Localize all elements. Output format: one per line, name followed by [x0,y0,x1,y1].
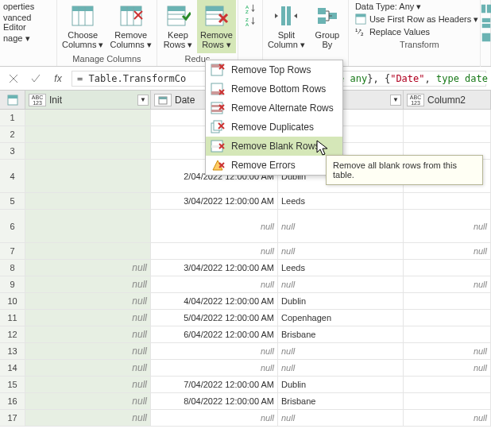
table-cell[interactable]: null [278,343,404,359]
row-number[interactable]: 10 [0,293,25,309]
fx-button[interactable]: fx [49,71,67,87]
row-number[interactable]: 16 [0,393,25,409]
merge-icon[interactable] [481,3,492,14]
row-number[interactable]: 9 [0,276,25,292]
table-cell[interactable]: null [404,276,491,292]
menu-item-remove-blank-rows[interactable]: Remove Blank Rows [206,137,342,156]
table-cell[interactable]: 6/04/2022 12:00:00 AM [151,326,278,342]
sort-asc-icon[interactable]: AZ [245,3,256,14]
first-row-headers-dropdown[interactable]: Use First Row as Headers ▾ [355,14,478,25]
cancel-formula-button[interactable] [5,71,22,87]
table-cell[interactable]: null [278,360,404,376]
filter-dropdown-icon[interactable]: ▼ [390,95,401,106]
table-cell[interactable] [25,210,151,242]
table-cell[interactable]: null [278,276,404,292]
table-row[interactable]: 13nullnullnullnull [0,343,491,360]
table-cell[interactable]: null [25,377,151,392]
row-number[interactable]: 2 [0,126,25,142]
table-cell[interactable] [404,293,491,309]
remove-columns-button[interactable]: RemoveColumns ▾ [106,0,154,53]
table-cell[interactable] [25,143,151,159]
table-cell[interactable]: null [404,360,491,376]
split-column-button[interactable]: SplitColumn ▾ [265,0,308,53]
replace-values-button[interactable]: 12 Replace Values [355,26,478,37]
table-row[interactable]: 6nullnullnull [0,210,491,243]
table-cell[interactable]: null [25,276,151,292]
row-number[interactable]: 17 [0,410,25,426]
table-cell[interactable]: Dublin [278,293,404,309]
table-cell[interactable]: null [404,243,491,259]
table-cell[interactable]: 3/04/2022 12:00:00 AM [151,193,278,209]
table-row[interactable]: 10null4/04/2022 12:00:00 AMDublin [0,293,491,310]
menu-item-remove-duplicates[interactable]: Remove Duplicates [206,118,342,137]
table-cell[interactable]: Leeds [278,260,404,276]
row-number[interactable]: 12 [0,326,25,342]
table-cell[interactable]: null [404,410,491,426]
table-cell[interactable]: Dublin [278,377,404,392]
table-cell[interactable]: Leeds [278,193,404,209]
properties-item[interactable]: operties [3,2,53,11]
combine-icon[interactable] [481,32,492,43]
append-icon[interactable] [481,17,492,29]
table-cell[interactable]: null [278,243,404,259]
table-cell[interactable]: Copenhagen [278,310,404,326]
table-cell[interactable]: null [278,210,404,242]
manage-item[interactable]: nage ▾ [3,33,53,44]
table-cell[interactable] [404,193,491,209]
row-number[interactable]: 5 [0,193,25,209]
filter-dropdown-icon[interactable]: ▼ [137,95,149,106]
table-row[interactable]: 53/04/2022 12:00:00 AMLeeds [0,193,491,210]
menu-item-remove-errors[interactable]: Remove Errors [206,156,342,175]
table-cell[interactable]: null [151,410,278,426]
table-cell[interactable]: 5/04/2022 12:00:00 AM [151,310,278,326]
table-row[interactable]: 7nullnullnull [0,243,491,260]
table-cell[interactable]: Brisbane [278,326,404,342]
table-cell[interactable]: null [25,310,151,326]
table-cell[interactable] [25,110,151,126]
table-cell[interactable]: null [404,343,491,359]
table-cell[interactable]: null [404,210,491,242]
keep-rows-button[interactable]: KeepRows ▾ [159,0,197,53]
row-number[interactable]: 14 [0,360,25,376]
table-cell[interactable] [25,243,151,259]
menu-item-remove-bottom-rows[interactable]: Remove Bottom Rows [206,79,342,98]
row-number[interactable]: 4 [0,160,25,192]
table-row[interactable]: 16null8/04/2022 12:00:00 AMBrisbane [0,393,491,410]
table-cell[interactable]: null [25,343,151,359]
table-cell[interactable] [25,126,151,142]
row-number[interactable]: 3 [0,143,25,159]
table-cell[interactable]: null [278,410,404,426]
table-cell[interactable]: null [151,210,278,242]
table-cell[interactable]: null [25,293,151,309]
choose-columns-button[interactable]: ChooseColumns ▾ [59,0,106,53]
table-cell[interactable] [404,377,491,392]
table-cell[interactable] [404,126,491,142]
remove-rows-button[interactable]: RemoveRows ▾ [197,0,236,53]
table-cell[interactable] [25,160,151,192]
table-row[interactable]: 17nullnullnullnull [0,410,491,427]
table-cell[interactable] [404,326,491,342]
column-header-init[interactable]: ABC123 Init ▼ [25,91,151,109]
table-cell[interactable]: 4/04/2022 12:00:00 AM [151,293,278,309]
menu-item-remove-top-rows[interactable]: Remove Top Rows [206,60,342,79]
advanced-editor-item[interactable]: vanced Editor [3,13,53,32]
menu-item-remove-alternate-rows[interactable]: Remove Alternate Rows [206,98,342,118]
row-number[interactable]: 13 [0,343,25,359]
table-cell[interactable]: 3/04/2022 12:00:00 AM [151,260,278,276]
table-row[interactable]: 9nullnullnullnull [0,276,491,293]
table-row[interactable]: 12null6/04/2022 12:00:00 AMBrisbane [0,326,491,343]
column-header-column2[interactable]: ABC123 Column2 [404,91,491,109]
row-number[interactable]: 6 [0,210,25,242]
table-cell[interactable]: 7/04/2022 12:00:00 AM [151,377,278,392]
table-cell[interactable] [404,260,491,276]
table-cell[interactable]: Brisbane [278,393,404,409]
table-cell[interactable]: null [151,343,278,359]
table-row[interactable]: 11null5/04/2022 12:00:00 AMCopenhagen [0,310,491,326]
group-by-button[interactable]: GroupBy [308,0,346,53]
row-number[interactable]: 11 [0,310,25,326]
table-cell[interactable] [404,110,491,126]
table-cell[interactable]: null [25,360,151,376]
select-all-corner[interactable] [0,91,25,109]
table-cell[interactable] [404,393,491,409]
table-cell[interactable]: null [151,276,278,292]
